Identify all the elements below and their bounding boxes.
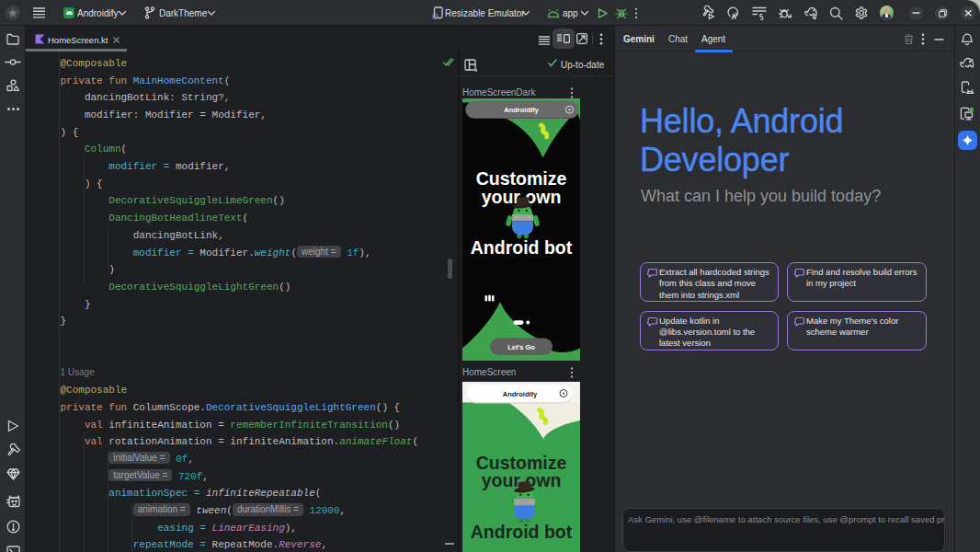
svg-text:Android bot: Android bot <box>471 522 573 542</box>
svg-text:Let's Go: Let's Go <box>507 343 535 351</box>
svg-text:Androidify: Androidify <box>503 390 538 398</box>
svg-text:Android bot: Android bot <box>471 237 573 258</box>
svg-text:Customize: Customize <box>476 168 567 189</box>
svg-text:Androidify: Androidify <box>504 106 539 114</box>
